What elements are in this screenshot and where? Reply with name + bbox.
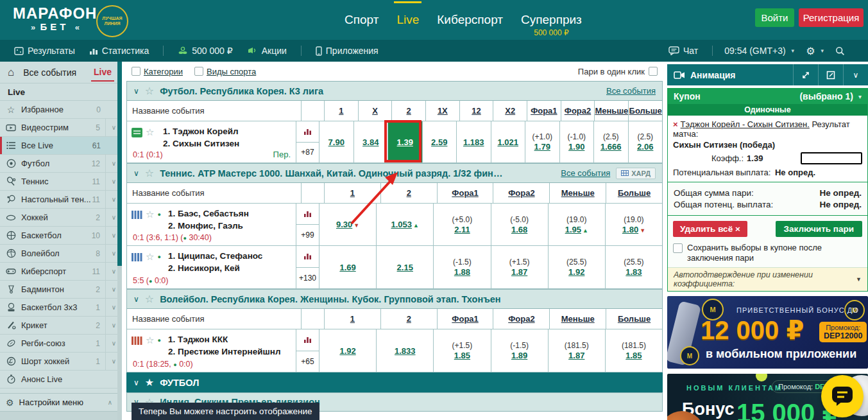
stats-chart-icon[interactable] <box>296 121 319 142</box>
categories-filter[interactable]: Категории <box>132 67 183 76</box>
keep-selections-checkbox[interactable] <box>673 243 683 253</box>
sidebar-item-all-live[interactable]: Все Live 61 <box>0 137 122 155</box>
col-2[interactable]: 2 <box>380 183 437 203</box>
results-link[interactable]: Результаты <box>14 46 75 56</box>
more-markets-count[interactable]: +130 <box>296 267 319 289</box>
sidebar-item-cricket[interactable]: Крикет 2 ∨ <box>0 317 122 335</box>
chevron-down-icon[interactable]: ∨ <box>133 378 139 387</box>
more-markets-count[interactable]: +99 <box>296 224 319 245</box>
coupon-header[interactable]: Купон (выбрано 1) ▾ <box>668 89 867 104</box>
favorite-star-icon[interactable]: ☆ <box>145 293 154 305</box>
autoconfirm-bar[interactable]: Автоподтверждение при изменении коэффици… <box>668 267 867 291</box>
favorite-star-icon[interactable]: ☆ <box>146 209 154 220</box>
col-x2[interactable]: X2 <box>493 101 527 121</box>
sports-filter[interactable]: Виды спорта <box>194 67 256 76</box>
nav-sport[interactable]: Спорт <box>345 13 379 27</box>
all-events-link[interactable]: Все события <box>561 168 610 178</box>
selection-match-link[interactable]: Тэджон Корейл - Сихын Ситизен. <box>681 119 810 129</box>
sports-checkbox[interactable] <box>194 67 203 76</box>
collapse-chevron-icon[interactable]: ∨ <box>843 64 868 85</box>
odds-cell-over[interactable]: (19.0)1.80▼ <box>605 204 662 245</box>
col-12[interactable]: 12 <box>459 101 493 121</box>
sidebar-item-table-tennis[interactable]: Настольный тен... 11 ∨ <box>0 191 122 209</box>
search-button[interactable] <box>835 46 845 56</box>
login-button[interactable]: Войти <box>755 8 794 27</box>
odds-cell-handicap2[interactable]: (-5.0)1.68 <box>491 204 548 245</box>
fullscreen-icon[interactable] <box>818 64 843 85</box>
promotions-link[interactable]: Акции <box>247 46 287 56</box>
odds-cell-under[interactable]: (19.0)1.95▲ <box>548 204 605 245</box>
sidebar-scrollbar[interactable] <box>117 62 122 420</box>
animation-bar[interactable]: Анимация ∨ <box>667 64 868 85</box>
favorite-star-icon[interactable]: ☆ <box>146 335 154 346</box>
match-name-cell[interactable]: ☆ ● 1. Тэджон ККК 2. Престиже Интернейшн… <box>127 329 296 372</box>
one-click-checkbox[interactable] <box>649 67 658 76</box>
one-click-bet[interactable]: Пари в один клик <box>578 67 658 76</box>
delete-all-button[interactable]: Удалить всё × <box>673 221 747 237</box>
col-under[interactable]: Меньше <box>594 101 628 121</box>
col-1[interactable]: 1 <box>324 183 380 203</box>
sidebar-menu-settings[interactable]: ⚙ Настройки меню ∧ <box>0 393 122 412</box>
odds-cell-handicap2[interactable]: (-1.0)1.90 <box>559 121 594 162</box>
expand-icon[interactable] <box>793 64 818 85</box>
keep-selections-option[interactable]: Сохранить выборы в купоне после заключен… <box>673 243 862 263</box>
odds-cell-1[interactable]: 7.90 <box>319 121 353 162</box>
match-name-cell[interactable]: ☆ 1. Тэджон Корейл 2. Сихын Ситизен 0:1 … <box>127 121 296 162</box>
favorite-star-icon[interactable]: ☆ <box>146 251 154 263</box>
match-name-cell[interactable]: ☆ ● 1. Циципас, Стефанос 2. Нисикори, Ке… <box>127 246 296 288</box>
col-over[interactable]: Больше <box>606 183 662 203</box>
sidebar-item-badminton[interactable]: Бадминтон 2 ∨ <box>0 281 122 299</box>
scrollbar-thumb[interactable] <box>117 62 122 266</box>
col-2[interactable]: 2 <box>380 309 437 329</box>
odds-cell-2[interactable]: 1.053▲ <box>376 204 433 245</box>
apps-link[interactable]: Приложения <box>316 46 379 56</box>
odds-cell-handicap1[interactable]: (+5.0)2.11 <box>433 204 490 245</box>
sidebar-item-videostream[interactable]: Видеострим 5 ∨ <box>0 119 122 137</box>
stats-chart-icon[interactable] <box>296 329 319 351</box>
odds-cell-12[interactable]: 1.183 <box>456 121 491 162</box>
odds-cell-handicap2[interactable]: (-1.5)1.89 <box>491 329 548 372</box>
categories-checkbox[interactable] <box>132 67 140 76</box>
tab-all-events[interactable]: Все события <box>23 67 76 78</box>
settings-menu-button[interactable]: ⚙ ▾ <box>806 45 824 57</box>
favorite-star-icon[interactable]: ☆ <box>145 167 154 179</box>
col-1[interactable]: 1 <box>324 309 380 329</box>
stats-chart-icon[interactable] <box>296 204 319 224</box>
sidebar-item-basketball-3x3[interactable]: Баскетбол 3x3 1 ∨ <box>0 299 122 317</box>
odds-cell-1x[interactable]: 2.59 <box>422 121 457 162</box>
sidebar-item-favorites[interactable]: ☆ Избранное 0 <box>0 101 122 119</box>
sidebar-item-hockey[interactable]: Хоккей 2 ∨ <box>0 209 122 227</box>
col-handicap2[interactable]: Фора2 <box>561 101 595 121</box>
odds-cell-under[interactable]: (25.5)1.92 <box>548 246 605 288</box>
odds-cell-1[interactable]: 9.30▼ <box>319 204 376 245</box>
section-header-tennis-atp[interactable]: ∨ ☆ Теннис. ATP Мастерс 1000. Шанхай, Ки… <box>126 163 663 183</box>
odds-cell-2[interactable]: 2.15 <box>376 246 433 288</box>
col-under[interactable]: Меньше <box>549 309 606 329</box>
logo[interactable]: МАРАФОН » БЕТ « <box>13 4 96 32</box>
chat-link[interactable]: Чат <box>668 46 698 56</box>
col-1[interactable]: 1 <box>324 101 358 121</box>
col-handicap2[interactable]: Фора2 <box>493 183 549 203</box>
col-under[interactable]: Меньше <box>549 183 606 203</box>
odds-cell-under[interactable]: (181.5)1.87 <box>548 329 605 372</box>
section-header-volleyball-korea[interactable]: ∨ ☆ Волейбол. Республика Корея. Женщины.… <box>126 289 663 309</box>
all-events-link[interactable]: Все события <box>606 86 656 96</box>
odds-cell-1[interactable]: 1.92 <box>319 329 376 372</box>
col-handicap1[interactable]: Фора1 <box>527 101 561 121</box>
register-button[interactable]: Регистрация <box>799 8 864 27</box>
odds-cell-2[interactable]: 1.833 <box>376 329 433 372</box>
sidebar-item-football[interactable]: Футбол 12 ∨ <box>0 155 122 173</box>
col-2[interactable]: 2 <box>391 101 425 121</box>
odds-cell-handicap1[interactable]: (-1.5)1.88 <box>433 246 490 288</box>
more-markets-count[interactable]: +65 <box>296 351 319 372</box>
home-icon[interactable]: ⌂ <box>8 66 14 79</box>
odds-cell-over[interactable]: (25.5)1.83 <box>605 246 662 288</box>
col-over[interactable]: Больше <box>606 309 662 329</box>
more-markets-count[interactable]: +87 <box>296 142 319 163</box>
col-1x[interactable]: 1X <box>425 101 459 121</box>
match-name-cell[interactable]: ☆ ● 1. Баэс, Себастьян 2. Монфис, Гаэль … <box>127 204 296 245</box>
nav-live[interactable]: Live <box>396 13 419 27</box>
chevron-down-icon[interactable]: ∨ <box>133 295 139 304</box>
chevron-down-icon[interactable]: ∨ <box>133 169 139 178</box>
sidebar-item-volleyball[interactable]: Волейбол 8 ∨ <box>0 245 122 263</box>
